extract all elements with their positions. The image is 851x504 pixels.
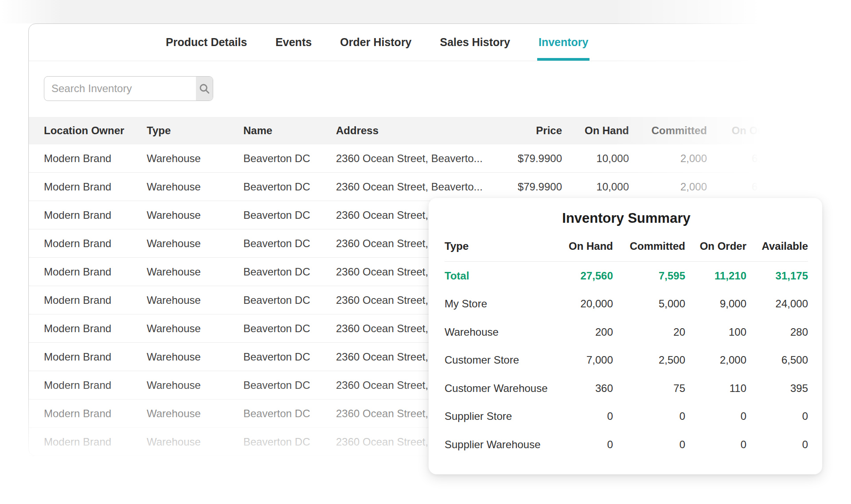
summary-header: Type On Hand Committed On Order Availabl… [445,231,808,262]
summary-cell-on-order: 11,210 [685,270,746,282]
summary-cell-on-hand: 360 [551,382,613,395]
cell-name: Beaverton DC [243,152,336,165]
summary-cell-on-order: 100 [685,326,746,338]
summary-cell-type: My Store [445,298,551,310]
inventory-summary-popover: Inventory Summary Type On Hand Committed… [429,198,822,474]
inventory-table-header: Location Owner Type Name Address Price O… [29,117,826,144]
tab-label: Product Details [166,36,247,49]
col-name: Name [243,124,336,137]
cell-location-owner: Modern Brand [44,322,147,335]
summary-cell-on-order: 0 [685,410,746,423]
summary-row: Customer Warehouse 360 75 110 395 [445,374,808,403]
cell-type: Warehouse [147,436,243,448]
cell-name: Beaverton DC [243,266,336,278]
tab[interactable]: Order History [340,24,411,61]
summary-cell-available: 280 [746,326,808,338]
summary-cell-committed: 20 [613,326,685,338]
cell-type: Warehouse [147,294,243,306]
cell-on-hand: 10,000 [562,181,629,193]
summary-col-available: Available [746,240,808,252]
tab-label: Sales History [440,36,510,49]
tab[interactable]: Inventory [539,24,589,61]
cell-location-owner: Modern Brand [44,152,147,165]
col-on-hand: On Hand [562,124,629,137]
cell-name: Beaverton DC [243,237,336,250]
summary-col-on-order: On Order [685,240,746,252]
summary-row: Warehouse 200 20 100 280 [445,318,808,346]
summary-cell-on-hand: 0 [551,438,613,451]
cell-location-owner: Modern Brand [44,407,147,420]
search-input[interactable] [44,77,196,101]
summary-cell-on-order: 2,000 [685,354,746,366]
col-address: Address [336,124,482,137]
summary-col-on-hand: On Hand [551,240,613,252]
cell-address: 2360 Ocean Street, Beaverto... [336,152,482,165]
summary-cell-available: 24,000 [746,298,808,310]
col-on-order: On Order [707,124,778,137]
cell-price: $79.9900 [482,181,562,193]
summary-cell-type: Warehouse [445,326,551,338]
summary-cell-type: Supplier Warehouse [445,438,551,451]
background-strip [0,0,851,23]
summary-cell-type: Total [445,270,551,282]
summary-cell-available: 6,500 [746,354,808,366]
summary-cell-committed: 0 [613,438,685,451]
cell-location-owner: Modern Brand [44,266,147,278]
table-row[interactable]: Modern Brand Warehouse Beaverton DC 2360… [29,173,826,201]
summary-cell-type: Customer Store [445,354,551,366]
cell-type: Warehouse [147,351,243,363]
search-button[interactable] [196,77,213,101]
summary-cell-on-hand: 27,560 [551,270,613,282]
tab-label: Order History [340,36,411,49]
cell-committed: 2,000 [629,181,707,193]
cell-type: Warehouse [147,322,243,335]
table-row[interactable]: Modern Brand Warehouse Beaverton DC 2360… [29,144,826,173]
cell-type: Warehouse [147,407,243,420]
summary-cell-committed: 7,595 [613,270,685,282]
cell-location-owner: Modern Brand [44,237,147,250]
cell-type: Warehouse [147,237,243,250]
cell-location-owner: Modern Brand [44,209,147,221]
summary-col-committed: Committed [613,240,685,252]
cell-location-owner: Modern Brand [44,436,147,448]
cell-name: Beaverton DC [243,407,336,420]
summary-row: My Store 20,000 5,000 9,000 24,000 [445,290,808,318]
search-row [29,61,826,101]
tab[interactable]: Sales History [440,24,510,61]
cell-on-order: 6,000 [707,181,778,193]
summary-row: Total 27,560 7,595 11,210 31,175 [445,262,808,290]
cell-committed: 2,000 [629,152,707,165]
page: Product Details Events Order History Sal… [0,0,851,504]
summary-body: Total 27,560 7,595 11,210 31,175 My Stor… [445,262,808,459]
col-type: Type [147,124,243,137]
summary-cell-committed: 5,000 [613,298,685,310]
cell-location-owner: Modern Brand [44,181,147,193]
summary-title: Inventory Summary [445,210,808,226]
cell-location-owner: Modern Brand [44,351,147,363]
summary-cell-on-hand: 200 [551,326,613,338]
tab[interactable]: Events [275,24,312,61]
tab-label: Inventory [539,36,589,49]
cell-type: Warehouse [147,209,243,221]
summary-row: Supplier Store 0 0 0 0 [445,403,808,431]
summary-cell-available: 395 [746,382,808,395]
cell-name: Beaverton DC [243,322,336,335]
summary-cell-on-hand: 20,000 [551,298,613,310]
col-price: Price [482,124,562,137]
cell-name: Beaverton DC [243,181,336,193]
cell-name: Beaverton DC [243,209,336,221]
cell-type: Warehouse [147,181,243,193]
cell-name: Beaverton DC [243,436,336,448]
cell-on-hand: 10,000 [562,152,629,165]
cell-address: 2360 Ocean Street, Beaverto... [336,181,482,193]
tab-bar: Product Details Events Order History Sal… [29,24,826,61]
cell-type: Warehouse [147,379,243,392]
summary-cell-type: Customer Warehouse [445,382,551,395]
summary-cell-committed: 2,500 [613,354,685,366]
tab-label: Events [275,36,312,49]
tab[interactable]: Product Details [166,24,247,61]
summary-col-type: Type [445,240,551,252]
cell-price: $79.9900 [482,152,562,165]
col-location-owner: Location Owner [44,124,147,137]
summary-cell-on-hand: 0 [551,410,613,423]
